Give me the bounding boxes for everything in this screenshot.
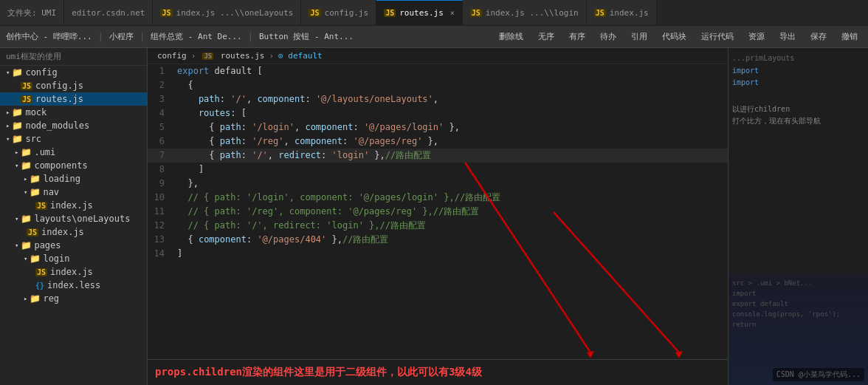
- sidebar-item-mock[interactable]: ▸ 📁 mock: [0, 106, 147, 119]
- sidebar-item-login-indexjs[interactable]: JS index.js: [0, 265, 147, 279]
- line-num-5: 5: [148, 120, 173, 134]
- tab-menu-label: 文件夹: UMI: [0, 0, 64, 25]
- js-icon-5: JS: [594, 9, 606, 17]
- folder-icon-umi: 📁: [21, 147, 32, 157]
- sidebar-item-src[interactable]: ▾ 📁 src: [0, 132, 147, 146]
- sidebar: umi框架的使用 ▾ 📁 config JS config.js JS rout…: [0, 48, 148, 385]
- tab-editor-csdn[interactable]: editor.csdn.net: [64, 0, 153, 25]
- sidebar-item-config[interactable]: ▾ 📁 config: [0, 66, 147, 79]
- breadcrumb-sep-2: ›: [269, 51, 274, 61]
- code-line-8: 8 ]: [148, 163, 728, 177]
- line-num-12: 12: [148, 219, 173, 233]
- code-lines: 1 export default [ 2 { 3 path: '/', comp…: [148, 64, 728, 359]
- file-label-login-indexless: index.less: [47, 280, 100, 290]
- folder-label-src: src: [25, 134, 41, 144]
- sidebar-item-umi[interactable]: ▸ 📁 .umi: [0, 146, 147, 159]
- folder-label-login: login: [43, 253, 69, 264]
- sidebar-item-routesjs[interactable]: JS routes.js: [0, 92, 147, 106]
- folder-label-layouts: layouts\oneLayouts: [34, 214, 130, 224]
- toolbar-action-todo[interactable]: 待办: [596, 30, 621, 44]
- sidebar-item-nodemodules[interactable]: ▸ 📁 node_modules: [0, 119, 147, 132]
- folder-label-nav: nav: [43, 187, 59, 197]
- toolbar-action-resource[interactable]: 资源: [744, 30, 769, 44]
- toolbar-action-run[interactable]: 运行代码: [697, 30, 738, 44]
- tab-close-routes[interactable]: ×: [450, 9, 455, 17]
- arrow-icon-components: ▾: [15, 162, 18, 169]
- toolbar-action-unordered[interactable]: 无序: [534, 30, 559, 44]
- toolbar-action-delete-line[interactable]: 删除线: [495, 30, 528, 44]
- folder-label-config: config: [25, 67, 57, 78]
- toolbar: 创作中心 - 哔哩哔... | 小程序 | 组件总览 - Ant De... |…: [0, 26, 868, 48]
- sidebar-item-login[interactable]: ▾ 📁 login: [0, 252, 147, 265]
- line-content-9: },: [173, 177, 728, 191]
- sidebar-item-components[interactable]: ▾ 📁 components: [0, 159, 147, 172]
- file-label-nav-index: index.js: [50, 200, 93, 211]
- line-content-13: { component: '@/pages/404' },//路由配置: [173, 233, 728, 247]
- folder-icon-nav: 📁: [30, 187, 41, 197]
- editor-container: config › JS routes.js › ⊙ default 1 expo…: [148, 48, 728, 385]
- toolbar-item-1[interactable]: 创作中心 - 哔哩哔...: [6, 31, 92, 42]
- arrow-icon-config: ▾: [6, 69, 10, 76]
- sidebar-item-configjs[interactable]: JS config.js: [0, 79, 147, 92]
- sidebar-item-login-indexless[interactable]: {} index.less: [0, 279, 147, 292]
- toolbar-action-codeblock[interactable]: 代码块: [658, 30, 691, 44]
- content-row: umi框架的使用 ▾ 📁 config JS config.js JS rout…: [0, 48, 868, 385]
- tab-label-2: config.js: [325, 8, 369, 18]
- sidebar-item-pages[interactable]: ▾ 📁 pages: [0, 239, 147, 252]
- breadcrumb: config › JS routes.js › ⊙ default: [148, 48, 728, 64]
- toolbar-item-3[interactable]: 组件总览 - Ant De...: [151, 31, 241, 42]
- watermark-text: CSDN @小菜鸟学代码...: [776, 370, 861, 378]
- line-num-3: 3: [148, 92, 173, 106]
- toolbar-action-quote[interactable]: 引用: [627, 30, 652, 44]
- toolbar-sep-1: |: [98, 32, 103, 42]
- code-line-5: 5 { path: '/login', component: '@/pages/…: [148, 120, 728, 134]
- js-icon-4: JS: [470, 9, 482, 17]
- code-line-1: 1 export default [: [148, 64, 728, 78]
- js-icon-breadcrumb: JS: [202, 52, 213, 60]
- tab-routes[interactable]: JS routes.js ×: [376, 0, 463, 25]
- toolbar-item-2[interactable]: 小程序: [109, 31, 134, 42]
- tab-config[interactable]: JS config.js: [301, 0, 376, 25]
- js-icon-2: JS: [309, 9, 320, 17]
- watermark: CSDN @小菜鸟学代码...: [773, 368, 864, 381]
- arrow-icon-loading: ▸: [24, 175, 27, 183]
- arrow-icon-src: ▾: [6, 135, 10, 143]
- line-num-11: 11: [148, 205, 173, 219]
- sidebar-item-layouts-indexjs[interactable]: JS index.js: [0, 225, 147, 239]
- line-content-4: routes: [: [173, 106, 728, 120]
- breadcrumb-config[interactable]: config: [157, 51, 187, 61]
- sidebar-item-reg[interactable]: ▸ 📁 reg: [0, 292, 147, 305]
- code-editor[interactable]: 1 export default [ 2 { 3 path: '/', comp…: [148, 64, 728, 359]
- code-line-2: 2 {: [148, 78, 728, 92]
- line-num-14: 14: [148, 247, 173, 261]
- sidebar-item-layouts[interactable]: ▾ 📁 layouts\oneLayouts: [0, 212, 147, 225]
- tab-index-login[interactable]: JS index.js ...\\login: [463, 0, 587, 25]
- tab-index-onelayouts[interactable]: JS index.js ...\\oneLayouts: [153, 0, 301, 25]
- sidebar-item-loading[interactable]: ▸ 📁 loading: [0, 172, 147, 185]
- right-panel: ...primLayouts import import 以进行children…: [728, 48, 868, 385]
- toolbar-item-4[interactable]: Button 按钮 - Ant...: [259, 31, 354, 42]
- tab-label-3: routes.js: [399, 8, 444, 18]
- folder-icon-src: 📁: [12, 134, 23, 144]
- toolbar-action-export[interactable]: 导出: [775, 30, 800, 44]
- breadcrumb-routesjs[interactable]: JS routes.js: [200, 51, 264, 61]
- toolbar-action-undo[interactable]: 撤销: [837, 30, 862, 44]
- tab-bar: 文件夹: UMI editor.csdn.net JS index.js ...…: [0, 0, 868, 26]
- sidebar-item-nav[interactable]: ▾ 📁 nav: [0, 185, 147, 199]
- folder-icon-components: 📁: [21, 160, 32, 171]
- sidebar-item-nav-indexjs[interactable]: JS index.js: [0, 199, 147, 212]
- toolbar-action-ordered[interactable]: 有序: [565, 30, 590, 44]
- line-num-1: 1: [148, 64, 173, 78]
- file-label-configjs: config.js: [35, 81, 83, 91]
- annotation-text: props.children渲染的组件这里是用于二级组件，以此可以有3级4级: [155, 366, 482, 378]
- tab-index-last[interactable]: JS index.js: [587, 0, 657, 25]
- toolbar-action-save[interactable]: 保存: [806, 30, 831, 44]
- folder-icon-pages: 📁: [21, 240, 32, 251]
- breadcrumb-default[interactable]: ⊙ default: [278, 51, 323, 61]
- line-content-5: { path: '/login', component: '@/pages/lo…: [173, 120, 728, 134]
- file-label-routesjs: routes.js: [35, 94, 83, 104]
- file-menu-label[interactable]: 文件夹: UMI: [7, 7, 56, 18]
- js-icon-layouts-index: JS: [27, 228, 38, 236]
- line-content-7: { path: '/', redirect: 'login' },//路由配置: [173, 149, 728, 163]
- arrow-icon-nodemodules: ▸: [6, 122, 10, 129]
